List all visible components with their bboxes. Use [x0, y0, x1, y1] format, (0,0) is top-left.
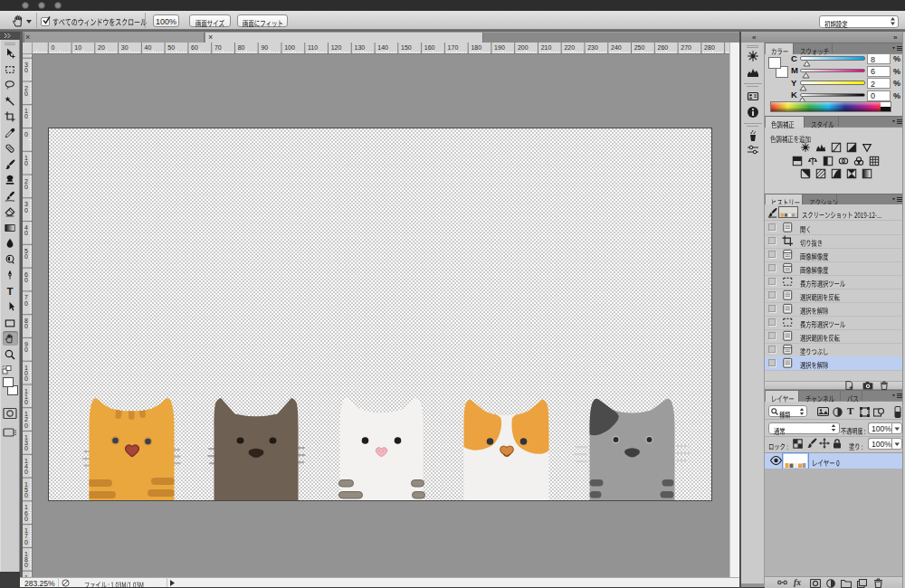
svg-text:0: 0	[24, 90, 28, 97]
svg-text:0: 0	[24, 516, 28, 522]
svg-text:T: T	[6, 286, 13, 297]
svg-text:0: 0	[24, 445, 28, 451]
svg-text:270: 270	[681, 44, 691, 51]
svg-text:0: 0	[24, 253, 28, 260]
svg-text:0: 0	[24, 562, 28, 568]
svg-text:280: 280	[704, 44, 715, 51]
svg-text:0: 0	[24, 67, 28, 73]
svg-text:210: 210	[541, 44, 552, 51]
svg-text:170: 170	[448, 44, 459, 51]
svg-text:90: 90	[261, 44, 268, 51]
svg-text:10: 10	[74, 44, 81, 51]
svg-text:0: 0	[24, 207, 28, 213]
svg-text:50: 50	[167, 44, 175, 51]
svg-text:0: 0	[24, 160, 28, 166]
svg-text:190: 190	[494, 44, 505, 51]
svg-text:130: 130	[355, 44, 366, 51]
svg-text:0: 0	[24, 277, 28, 283]
svg-text:0: 0	[24, 422, 28, 429]
svg-text:0: 0	[24, 399, 28, 405]
svg-text:220: 220	[564, 44, 575, 51]
svg-text:30: 30	[121, 44, 129, 51]
svg-text:110: 110	[308, 44, 318, 51]
svg-text:250: 250	[634, 44, 645, 51]
svg-text:0: 0	[24, 184, 28, 190]
svg-text:0: 0	[24, 113, 28, 119]
svg-text:0: 0	[24, 323, 28, 329]
svg-text:60: 60	[191, 44, 198, 51]
svg-text:100: 100	[284, 44, 295, 51]
svg-text:240: 240	[611, 44, 622, 51]
svg-text:20: 20	[98, 44, 105, 51]
svg-text:0: 0	[52, 44, 55, 51]
svg-text:140: 140	[377, 44, 388, 51]
svg-text:0: 0	[24, 131, 28, 138]
svg-text:260: 260	[658, 44, 669, 51]
svg-text:200: 200	[518, 44, 529, 51]
svg-text:0: 0	[24, 469, 28, 475]
svg-text:120: 120	[331, 44, 342, 51]
svg-text:70: 70	[214, 44, 222, 51]
svg-text:0: 0	[24, 539, 28, 545]
svg-text:0: 0	[24, 300, 28, 307]
svg-text:230: 230	[587, 44, 598, 51]
svg-text:0: 0	[24, 375, 28, 382]
svg-text:0: 0	[24, 492, 28, 498]
svg-text:180: 180	[471, 44, 481, 51]
svg-text:80: 80	[238, 44, 245, 51]
svg-text:160: 160	[424, 44, 435, 51]
svg-text:0: 0	[24, 346, 28, 353]
svg-text:40: 40	[145, 44, 152, 51]
svg-text:0: 0	[24, 230, 28, 236]
svg-text:150: 150	[401, 44, 412, 51]
